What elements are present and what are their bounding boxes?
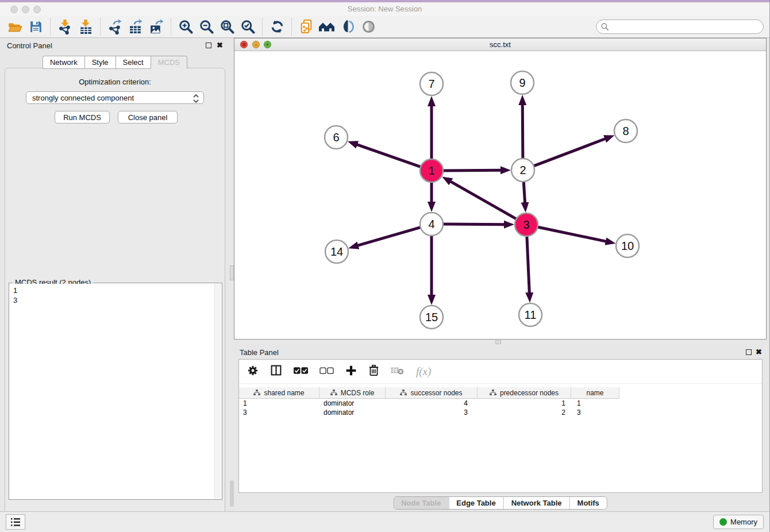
mcds-result-text[interactable]: 1 3 [10,284,214,499]
tab-mcds[interactable]: MCDS [151,56,187,69]
close-panel-button[interactable]: Close panel [118,111,178,124]
titlebar: Session: New Session [0,2,769,16]
graph-node-label-3: 3 [523,218,529,231]
search-input[interactable] [596,20,764,34]
graph-edge-4-3[interactable] [442,224,506,225]
table-cell[interactable]: 3 [571,408,619,417]
table-cell[interactable]: 3 [386,408,478,417]
graph-edge-2-9[interactable] [522,103,523,160]
graph-edge-4-14[interactable] [357,227,422,246]
select-all-button[interactable] [294,367,308,377]
network-canvas[interactable]: 1234678910111415 [234,51,766,339]
column-header-predecessor-nodes[interactable]: predecessor nodes [478,387,571,399]
optimization-criterion-select[interactable]: strongly connected component [26,91,204,104]
open-folder-icon [7,20,22,34]
export-image-button[interactable] [146,17,167,37]
add-row-button[interactable] [345,365,357,379]
memory-button[interactable]: Memory [713,515,764,529]
optimization-criterion-label: Optimization criterion: [5,78,225,86]
close-panel-icon[interactable]: ✖ [217,41,223,49]
table-cell[interactable]: 4 [386,399,478,408]
unchecked-boxes-icon [319,367,334,375]
tree-icon [253,390,260,396]
deselect-all-button[interactable] [319,367,334,377]
import-table-button[interactable] [75,17,96,37]
tab-edge-table[interactable]: Edge Table [448,497,503,509]
vertical-splitter[interactable] [230,38,234,510]
search-box [596,20,764,34]
horizontal-splitter[interactable] [234,340,767,345]
show-hide-detail-button[interactable] [358,17,379,37]
tab-motifs[interactable]: Motifs [569,497,607,509]
refresh-icon [270,19,285,34]
graph-node-label-8: 8 [622,125,629,137]
open-session-button[interactable] [5,17,25,37]
zoom-selected-button[interactable] [237,17,258,37]
column-header-name[interactable]: name [571,387,619,399]
graph-edge-3-1[interactable] [449,181,517,219]
table-cell[interactable]: 1 [239,399,319,408]
tab-select[interactable]: Select [116,56,151,69]
column-header-successor-nodes[interactable]: successor nodes [386,387,478,399]
trash-icon [368,364,379,376]
tab-style[interactable]: Style [84,56,116,69]
first-neighbors-button[interactable] [317,17,337,37]
export-table-button[interactable] [125,17,146,37]
tree-icon [330,390,337,396]
save-session-button[interactable] [25,17,46,37]
table-row[interactable]: 1dominator411 [239,399,762,408]
graph-node-label-9: 9 [519,76,525,89]
style-detail-button[interactable] [337,17,358,37]
statusbar: Memory [0,511,769,532]
toolbar-separator [50,18,51,36]
tab-node-table[interactable]: Node Table [394,497,448,509]
node-table-container: f(x) shared name MCDS role successor nod… [238,359,763,493]
delete-row-button[interactable] [368,364,379,379]
graph-edge-3-11[interactable] [527,235,530,294]
fit-content-button[interactable] [217,17,237,37]
application-window: Session: New Session [0,0,770,532]
result-scrollbar[interactable] [214,284,221,499]
table-cell[interactable]: 3 [239,408,319,417]
splitter-grip[interactable] [495,340,501,344]
column-header-mcds-role[interactable]: MCDS role [319,387,386,399]
graph-node-label-7: 7 [428,78,434,90]
graph-edge-3-10[interactable] [537,227,607,242]
export-network-icon [107,19,123,34]
graph-edge-2-3[interactable] [523,180,525,204]
table-cell[interactable]: 1 [571,399,619,408]
table-cell[interactable]: 2 [478,408,571,417]
table-cell[interactable]: 1 [478,399,571,408]
toolbar-separator [291,18,292,36]
tab-network-table[interactable]: Network Table [503,497,569,509]
table-options-button[interactable] [247,365,259,379]
zoom-in-button[interactable] [175,17,196,37]
export-table-icon [128,19,144,34]
close-panel-icon[interactable]: ✖ [756,348,762,356]
network-canvas-svg[interactable]: 1234678910111415 [234,51,766,339]
graph-edge-1-6[interactable] [356,144,422,167]
graph-node-label-1: 1 [428,164,434,177]
node-table-body: 1dominator4113dominator323 [239,399,762,417]
splitter-grip[interactable] [230,265,234,280]
graph-edge-2-8[interactable] [533,138,607,167]
float-panel-icon[interactable] [746,349,752,355]
refresh-view-button[interactable] [267,17,287,37]
scrollbar-thumb[interactable] [230,480,234,507]
table-cell[interactable]: dominator [319,399,386,408]
task-history-button[interactable] [6,514,25,530]
run-mcds-button[interactable]: Run MCDS [55,111,110,124]
table-cell[interactable]: dominator [319,408,386,417]
table-row[interactable]: 3dominator323 [239,408,762,417]
edges-layer [356,103,607,296]
export-network-button[interactable] [105,17,125,37]
show-column-button[interactable] [270,364,282,379]
clone-network-button[interactable] [296,17,317,37]
graph-edge-1-2[interactable] [442,170,502,171]
float-panel-icon[interactable] [206,43,211,48]
import-network-button[interactable] [55,17,75,37]
table-tabs: Node Table Edge Table Network Table Moti… [393,496,607,510]
column-header-shared-name[interactable]: shared name [239,387,319,399]
tab-network[interactable]: Network [43,56,84,69]
zoom-out-button[interactable] [196,17,217,37]
